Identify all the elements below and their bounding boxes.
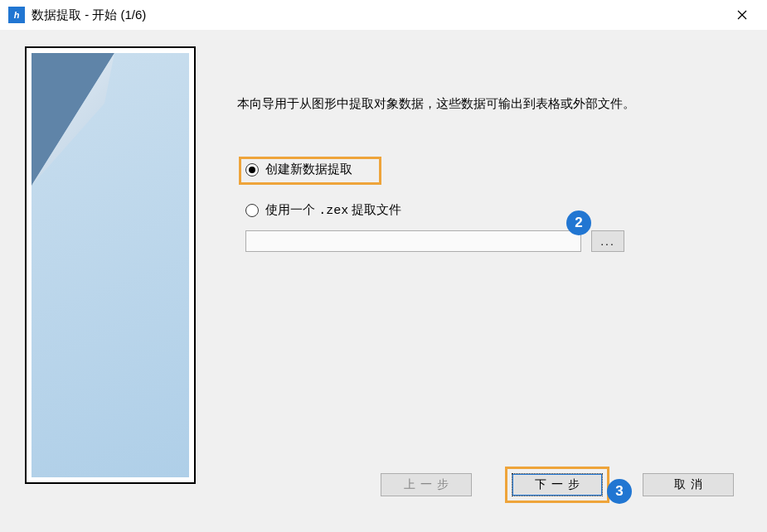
content-area: 本向导用于从图形中提取对象数据，这些数据可输出到表格或外部文件。 创建新数据提取… [0,30,767,532]
close-button[interactable] [726,2,759,27]
preview-panel [25,46,196,484]
main-panel: 本向导用于从图形中提取对象数据，这些数据可输出到表格或外部文件。 创建新数据提取… [196,46,742,515]
use-file-suffix: 提取文件 [348,202,401,216]
description-text: 本向导用于从图形中提取对象数据，这些数据可输出到表格或外部文件。 [237,96,742,112]
next-button[interactable]: 下一步 [512,473,603,496]
button-row: 上一步 下一步 取消 [381,467,734,503]
highlight-box-next: 下一步 [505,467,609,503]
wizard-window: h 数据提取 - 开始 (1/6) 本向导用于从图形中提取对象数据，这些数据可输… [0,0,767,532]
app-icon: h [8,7,25,23]
callout-badge-2: 2 [566,210,591,235]
window-title: 数据提取 - 开始 (1/6) [32,7,726,23]
radio-create-new[interactable] [245,163,259,177]
browse-button[interactable]: ... [591,230,624,252]
cancel-button[interactable]: 取消 [643,473,734,496]
prev-button[interactable]: 上一步 [381,473,472,496]
option-create-new[interactable]: 创建新数据提取 [245,162,742,177]
file-path-input[interactable] [245,230,581,252]
radio-use-file[interactable] [245,204,259,217]
file-path-row: ... [245,230,742,252]
callout-badge-3: 3 [607,479,632,504]
use-file-prefix: 使用一个 [265,202,318,216]
radio-group: 创建新数据提取 使用一个 .zex 提取文件 ... [245,162,742,252]
radio-use-file-label: 使用一个 .zex 提取文件 [265,202,401,218]
radio-create-new-label: 创建新数据提取 [265,162,352,177]
titlebar: h 数据提取 - 开始 (1/6) [0,0,767,30]
option-use-file[interactable]: 使用一个 .zex 提取文件 [245,202,742,218]
close-icon [737,10,747,20]
use-file-ext: .zex [318,204,348,218]
